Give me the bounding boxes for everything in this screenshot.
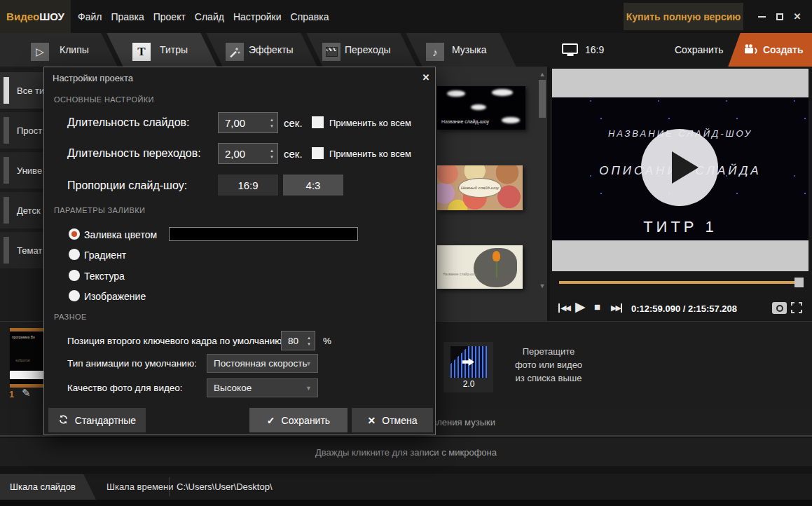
fullscreen-icon[interactable] (791, 302, 802, 316)
title-template-starfield[interactable]: Название слайд-шоу (437, 86, 525, 130)
skip-forward-button[interactable]: ▶▶ (611, 303, 622, 313)
menu-item-slide[interactable]: Слайд (195, 11, 224, 22)
category-universal[interactable]: Униве (0, 152, 43, 189)
title-template-tulip[interactable]: Название слайд-шоу (437, 245, 523, 289)
timeline-mode-bar: Шкала слайдов Шкала времени C:\Users\Use… (0, 474, 812, 500)
menu-item-file[interactable]: Файл (78, 11, 102, 22)
fill-texture-radio[interactable] (69, 270, 80, 281)
slide-thumb-text: программа Ви (12, 335, 35, 339)
titles-category-list: Все ти Прост Униве Детск Темат (0, 67, 43, 321)
project-path: C:\Users\User\Desktop\ (177, 474, 273, 500)
title-template-macarons[interactable]: Нежный слайд-шоу (437, 165, 523, 210)
seek-bar[interactable] (559, 281, 794, 284)
microphone-track-row[interactable]: Дважды кликните для записи с микрофона (0, 438, 812, 466)
scroll-up-icon[interactable]: ▲ (537, 71, 547, 78)
fill-color-swatch[interactable] (169, 227, 358, 241)
snapshot-icon[interactable] (772, 302, 787, 314)
category-children[interactable]: Детск (0, 192, 43, 228)
category-all-titles[interactable]: Все ти (0, 72, 43, 109)
apply-all-slides-label: Применить ко всем (329, 118, 411, 128)
gallery-scrollbar[interactable] (539, 80, 546, 118)
fill-gradient-label: Градиент (84, 249, 126, 261)
app-logo: ВидеоШОУ (0, 0, 71, 33)
preview-viewport[interactable]: НАЗВАНИЕ СЛАЙД-ШОУ ОПИСАНИЕ СЛАЙДА ТИТР … (552, 97, 808, 240)
fill-gradient-radio[interactable] (69, 249, 80, 260)
menu-item-help[interactable]: Справка (291, 11, 329, 22)
apply-all-slides-checkbox[interactable] (312, 116, 324, 128)
spinner-down-icon[interactable]: ▼ (270, 155, 274, 159)
dialog-close-icon[interactable]: ✕ (420, 71, 432, 84)
create-button-label[interactable]: Создать (763, 33, 804, 67)
section-main-settings: ОСНОВНЫЕ НАСТРОЙКИ (54, 95, 154, 104)
keyframe-position-unit: % (323, 336, 331, 346)
animation-type-select[interactable]: Постоянная скорость ▼ (207, 354, 318, 373)
video-camera-icon (744, 44, 758, 57)
play-outline-icon: ▷ (31, 43, 49, 61)
window-controls: ✕ (750, 0, 809, 33)
keyframe-position-input[interactable]: 80 ▲▼ (281, 331, 315, 350)
spinner-down-icon[interactable]: ▼ (307, 342, 311, 346)
fill-color-label: Заливка цветом (84, 229, 157, 240)
slide-duration-unit: сек. (284, 117, 303, 129)
aspect-16-9-button[interactable]: 16:9 (218, 175, 278, 196)
clapperboard-icon (322, 43, 340, 61)
close-icon[interactable]: ✕ (794, 12, 801, 21)
tab-time-scale[interactable]: Шкала времени (106, 474, 174, 500)
menu-item-project[interactable]: Проект (153, 11, 186, 22)
category-thematic[interactable]: Темат (0, 232, 43, 268)
section-fill-params: ПАРАМЕТРЫ ЗАЛИВКИ (54, 206, 145, 214)
aspect-4-3-button[interactable]: 4:3 (283, 175, 343, 196)
music-note-icon: ♪ (426, 43, 444, 61)
spinner-up-icon[interactable]: ▲ (270, 149, 274, 153)
transition-thumbnail (450, 346, 487, 378)
tab-slide-scale-label[interactable]: Шкала слайдов (10, 474, 76, 500)
fill-color-radio[interactable] (69, 228, 80, 240)
tab-titles-label[interactable]: Титры (160, 33, 188, 67)
spinner-up-icon[interactable]: ▲ (270, 118, 274, 122)
minimize-icon[interactable] (758, 16, 766, 18)
save-project-button[interactable]: Сохранить (675, 33, 724, 67)
big-play-button[interactable] (641, 129, 718, 206)
transition-arrow-icon (462, 358, 474, 366)
slide-1-thumbnail[interactable]: программа Ви softportal (10, 328, 43, 388)
spinner-down-icon[interactable]: ▼ (270, 124, 274, 128)
menu-item-edit[interactable]: Правка (111, 11, 144, 22)
fill-image-radio[interactable] (69, 290, 80, 301)
section-misc: РАЗНОЕ (54, 313, 87, 321)
tab-clips[interactable] (0, 33, 118, 67)
buy-full-version-button[interactable]: Купить полную версию (624, 3, 743, 30)
play-button[interactable]: ▶ (575, 299, 586, 315)
dialog-cancel-button[interactable]: ✕ Отмена (352, 408, 433, 432)
transition-duration-input[interactable]: 2,00 ▲▼ (218, 143, 278, 164)
tab-clips-label[interactable]: Клипы (60, 33, 89, 67)
skip-back-button[interactable]: ◀◀ (558, 303, 570, 313)
scroll-down-icon[interactable]: ▼ (537, 282, 547, 289)
photo-quality-select[interactable]: Высокое ▼ (207, 378, 318, 397)
slide-thumb-watermark: softportal (15, 358, 30, 362)
keyframe-position-label: Позиция второго ключевого кадра по умолч… (67, 336, 284, 346)
monitor-icon (562, 43, 578, 54)
letterbox-bottom (552, 240, 808, 271)
edit-pencil-icon[interactable]: ✎ (22, 387, 31, 399)
maximize-icon[interactable] (776, 13, 783, 20)
photo-quality-label: Качество фото для видео: (67, 383, 183, 393)
tab-effects-label[interactable]: Эффекты (249, 33, 294, 67)
transition-cell[interactable]: 2.0 (443, 342, 493, 392)
seek-handle[interactable] (794, 278, 804, 287)
chevron-down-icon: ▼ (305, 355, 312, 372)
aspect-ratio-indicator: 16:9 (585, 33, 604, 67)
defaults-button[interactable]: Стандартные (48, 408, 146, 432)
fill-texture-label: Текстура (84, 271, 125, 282)
spinner-up-icon[interactable]: ▲ (307, 336, 311, 340)
stop-button[interactable]: ■ (594, 301, 600, 313)
logo-part-accent: Видео (6, 11, 39, 22)
tab-music-label[interactable]: Музыка (452, 33, 487, 67)
category-simple[interactable]: Прост (0, 112, 43, 149)
refresh-icon (58, 414, 69, 427)
apply-all-transitions-checkbox[interactable] (312, 147, 324, 159)
letterbox-top (552, 69, 808, 97)
tab-transitions-label[interactable]: Переходы (345, 33, 391, 67)
menu-item-settings[interactable]: Настройки (233, 11, 282, 22)
dialog-save-button[interactable]: ✓ Сохранить (249, 408, 347, 432)
slide-duration-input[interactable]: 7,00 ▲▼ (218, 112, 278, 133)
